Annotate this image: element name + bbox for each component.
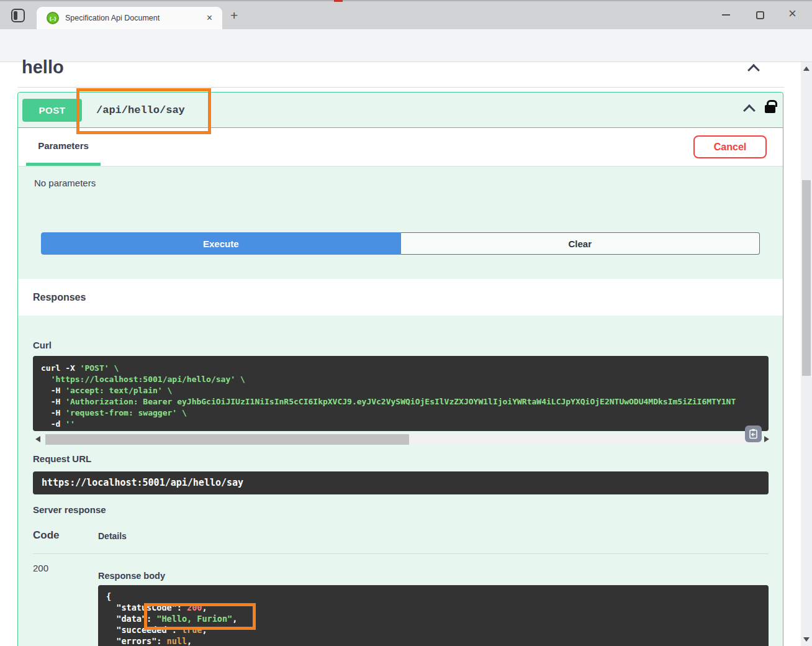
window-maximize-button[interactable] [752, 7, 768, 22]
window-top-edge [0, 0, 812, 1]
opblock-post: POST /api/hello/say Parameters Cancel No… [17, 92, 783, 646]
scrollbar-track[interactable] [45, 434, 760, 445]
no-parameters-text: No parameters [34, 178, 96, 188]
scroll-right-arrow-icon[interactable] [764, 436, 769, 442]
swagger-favicon-icon: {..} [47, 12, 59, 24]
page-vertical-scrollbar[interactable] [801, 62, 812, 646]
maximize-icon [756, 11, 764, 19]
curl-horizontal-scrollbar[interactable] [33, 434, 772, 445]
collapse-operation-chevron-icon[interactable] [743, 104, 756, 117]
browser-tab[interactable]: {..} Specification Api Document × [37, 7, 222, 29]
new-tab-button[interactable]: + [230, 8, 238, 23]
swagger-page: hello POST /api/hello/say Parameters Can… [0, 62, 801, 646]
cancel-button[interactable]: Cancel [693, 135, 767, 158]
tab-actions-menu-icon[interactable] [11, 9, 25, 22]
curl-command-code: curl -X 'POST' \ 'https://localhost:5001… [33, 356, 769, 431]
annotation-box-response-data [144, 603, 256, 630]
server-response-label: Server response [33, 504, 106, 515]
responses-title: Responses [33, 292, 86, 303]
window-minimize-button[interactable] [718, 7, 734, 22]
scroll-left-arrow-icon[interactable] [35, 436, 40, 442]
browser-toolbar: ← → ↻ https://localhost:5001/index.html … [0, 29, 812, 62]
scrollbar-thumb[interactable] [45, 434, 409, 445]
response-table-divider [33, 553, 769, 554]
tag-collapse-chevron-icon[interactable] [747, 64, 760, 76]
request-url-label: Request URL [33, 453, 91, 464]
tab-close-icon[interactable]: × [204, 12, 215, 24]
tag-heading[interactable]: hello [22, 57, 64, 78]
vertical-scrollbar-thumb[interactable] [802, 180, 811, 376]
execute-clear-group: Execute Clear [41, 232, 760, 255]
responses-section-header: Responses [18, 279, 783, 316]
copy-to-clipboard-button[interactable] [745, 425, 762, 442]
scroll-up-arrow-icon[interactable] [803, 66, 810, 71]
curl-label: Curl [33, 340, 52, 350]
annotation-box-endpoint-path [76, 88, 211, 134]
request-url-value: https://localhost:5001/api/hello/say [33, 471, 769, 494]
browser-window: {..} Specification Api Document × + × ← … [0, 0, 812, 646]
window-close-button[interactable]: × [788, 6, 796, 22]
clear-button[interactable]: Clear [401, 232, 760, 255]
response-body-label: Response body [98, 571, 165, 581]
code-column-header: Code [33, 529, 60, 542]
http-method-badge: POST [22, 99, 82, 122]
background-app-sliver [334, 0, 343, 2]
status-code-value: 200 [33, 563, 48, 573]
scroll-down-arrow-icon[interactable] [803, 637, 810, 642]
browser-titlebar: {..} Specification Api Document × + × [0, 0, 812, 29]
minimize-icon [722, 14, 730, 16]
details-column-header: Details [98, 531, 127, 541]
authorization-lock-icon[interactable] [765, 105, 775, 113]
tab-title: Specification Api Document [65, 14, 204, 22]
execute-button[interactable]: Execute [41, 232, 401, 255]
tag-divider [17, 87, 784, 88]
